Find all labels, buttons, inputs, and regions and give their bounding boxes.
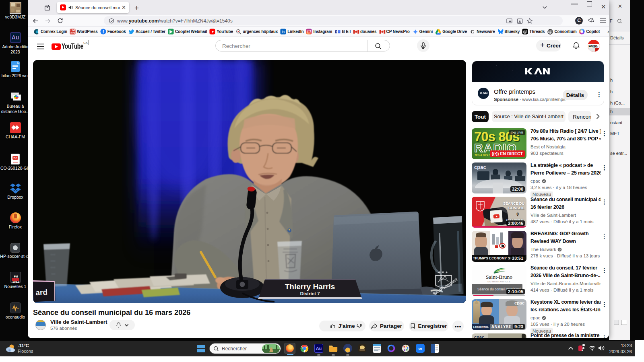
svg-text:❄: ❄ bbox=[8, 348, 11, 352]
svg-text:ard: ard bbox=[35, 288, 48, 297]
svg-text:Thierry Harris: Thierry Harris bbox=[285, 282, 335, 291]
svg-text:✚ ⚘ ✦: ✚ ⚘ ✦ bbox=[438, 271, 448, 274]
svg-text:District 7: District 7 bbox=[300, 291, 320, 296]
